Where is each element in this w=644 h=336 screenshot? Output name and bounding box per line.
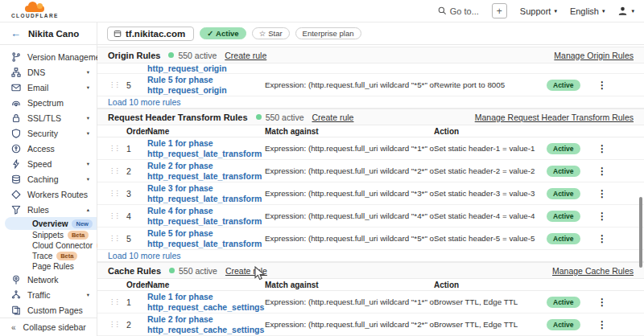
sidebar-item-network[interactable]: Network: [0, 272, 97, 287]
chevron-down-icon: ▾: [87, 292, 89, 298]
sidebar-item-cloud-connector[interactable]: Cloud ConnectorBeta: [0, 240, 97, 251]
table-row: ⋮⋮1Rule 1 for phasehttp_request_cache_se…: [97, 291, 644, 313]
sidebar-item-speed[interactable]: Speed▾: [0, 156, 97, 171]
add-site-button[interactable]: +: [492, 3, 507, 18]
active-badge: Active: [547, 80, 580, 91]
rule-action: Browser TTL, Edge TTL: [434, 320, 547, 329]
manage-rules-link[interactable]: Manage Origin Rules: [554, 51, 634, 60]
sidebar-item-traffic[interactable]: Traffic▾: [0, 287, 97, 302]
domain-selector[interactable]: tf.nikitac.com: [107, 27, 194, 41]
rule-name-link[interactable]: Rule 1 for phasehttp_request_cache_setti…: [147, 292, 265, 312]
drag-handle-icon[interactable]: ⋮⋮: [109, 236, 126, 242]
create-rule-link[interactable]: Create rule: [312, 113, 354, 122]
drag-handle-icon[interactable]: ⋮⋮: [109, 299, 126, 305]
active-count: 550 active: [178, 51, 217, 60]
drag-handle-icon[interactable]: ⋮⋮: [109, 145, 126, 152]
rule-name-link[interactable]: Rule 5 for phasehttp_request_late_transf…: [147, 228, 265, 248]
cloudflare-dashboard: CLOUDFLARE Go to... + Support ▾ English …: [0, 0, 644, 336]
cloudflare-logo-text: CLOUDFLARE: [11, 13, 59, 18]
rule-name-link[interactable]: http_request_origin: [147, 64, 644, 74]
load-more-rules-link[interactable]: Load 10 more rules: [97, 96, 644, 109]
rule-name-link[interactable]: Rule 2 for phasehttp_request_late_transf…: [147, 161, 265, 181]
sidebar-item-spectrum[interactable]: Spectrum: [0, 95, 97, 110]
sidebar-item-email[interactable]: Email▾: [0, 80, 97, 95]
sidebar-item-label: Trace: [32, 252, 52, 260]
rule-name-link[interactable]: Rule 5 for phasehttp_request_origin: [147, 75, 265, 95]
drag-handle-icon[interactable]: ⋮⋮: [109, 191, 126, 197]
cloudflare-logo[interactable]: CLOUDFLARE: [11, 3, 59, 18]
sidebar-item-trace[interactable]: TraceBeta: [0, 251, 97, 261]
sidebar-item-caching[interactable]: Caching▾: [0, 171, 97, 186]
create-rule-link[interactable]: Create rule: [225, 266, 267, 276]
account-name: Nikita Cano: [28, 29, 79, 39]
manage-rules-link[interactable]: Manage Cache Rules: [552, 266, 634, 276]
beta-badge: Beta: [56, 252, 77, 260]
sidebar-item-snippets[interactable]: SnippetsBeta: [0, 230, 97, 240]
sidebar-item-rules[interactable]: Rules▴: [0, 202, 97, 217]
rule-name-link[interactable]: Rule 1 for phasehttp_request_late_transf…: [147, 138, 265, 158]
chevron-down-icon: ▾: [87, 84, 89, 91]
kebab-menu-icon[interactable]: ⋮: [597, 319, 607, 330]
rule-name-link[interactable]: Rule 4 for phasehttp_request_late_transf…: [147, 206, 265, 226]
column-label-match-against: Match against: [265, 281, 434, 289]
sidebar-item-access[interactable]: Access: [0, 141, 97, 156]
rule-match-expression: Expression: (http.request.full_uri wildc…: [265, 320, 434, 329]
sidebar-item-label: Email: [27, 83, 80, 92]
sidebar-item-version-management[interactable]: Version Management: [0, 49, 97, 64]
drag-handle-icon[interactable]: ⋮⋮: [109, 213, 126, 219]
rule-action: Browser TTL, Edge TTL: [434, 297, 547, 306]
user-menu[interactable]: ▾: [617, 6, 634, 16]
sidebar-item-label: Cloud Connector: [32, 241, 93, 250]
load-more-rules-link[interactable]: Load 10 more rules: [97, 250, 644, 262]
site-icon: [114, 30, 122, 38]
sidebar-item-dns[interactable]: DNS▾: [0, 64, 97, 80]
drag-handle-icon[interactable]: ⋮⋮: [109, 168, 126, 174]
manage-rules-link[interactable]: Manage Request Header Transform Rules: [475, 113, 634, 122]
user-icon: [617, 6, 628, 16]
active-count: 550 active: [179, 266, 217, 276]
kebab-menu-icon[interactable]: ⋮: [597, 233, 607, 244]
goto-search[interactable]: Go to...: [438, 6, 479, 16]
scrollbar-thumb[interactable]: [639, 197, 642, 268]
rule-name-link[interactable]: Rule 3 for phasehttp_request_late_transf…: [147, 183, 265, 203]
column-label-order: Order: [126, 127, 147, 136]
sidebar-item-ssl-tls[interactable]: SSL/TLS▾: [0, 110, 97, 125]
active-badge: Active: [547, 166, 580, 177]
kebab-menu-icon[interactable]: ⋮: [597, 80, 607, 91]
domain-name: tf.nikitac.com: [126, 29, 185, 39]
create-rule-link[interactable]: Create rule: [225, 51, 266, 60]
kebab-menu-icon[interactable]: ⋮: [597, 211, 607, 222]
kebab-menu-icon[interactable]: ⋮: [597, 297, 607, 308]
collapse-sidebar-button[interactable]: «Collapse sidebar: [0, 318, 97, 336]
active-badge: Active: [547, 211, 580, 222]
sidebar-item-security[interactable]: Security▾: [0, 125, 97, 141]
active-count: 550 active: [266, 113, 304, 122]
main-content: Origin Rules550 activeCreate ruleManage …: [97, 45, 644, 336]
drag-handle-icon[interactable]: ⋮⋮: [109, 322, 126, 328]
star-button[interactable]: ☆ Star: [252, 27, 290, 39]
kebab-menu-icon[interactable]: ⋮: [597, 188, 607, 199]
dns-icon: [10, 68, 21, 77]
support-menu[interactable]: Support ▾: [520, 6, 557, 16]
network-icon: [10, 275, 21, 285]
rule-name-link[interactable]: Rule 2 for phasehttp_request_cache_setti…: [147, 314, 265, 334]
sidebar-item-overview[interactable]: OverviewNew: [5, 217, 97, 230]
sidebar-item-label: DNS: [27, 68, 80, 77]
sidebar-item-label: Traffic: [27, 290, 80, 300]
kebab-menu-icon[interactable]: ⋮: [597, 166, 607, 177]
back-arrow-icon[interactable]: ←: [10, 27, 21, 39]
body: Version ManagementDNS▾Email▾SpectrumSSL/…: [0, 45, 644, 336]
breadcrumb: ← Nikita Cano tf.nikitac.com ✓ Active ☆ …: [0, 23, 644, 45]
sidebar-item-custom-pages[interactable]: Custom Pages: [0, 302, 97, 318]
kebab-menu-icon[interactable]: ⋮: [597, 143, 607, 154]
check-icon: ✓: [207, 29, 213, 38]
sidebar-item-page-rules[interactable]: Page Rules: [0, 261, 97, 272]
sidebar-item-workers-routes[interactable]: Workers Routes: [0, 186, 97, 202]
language-menu[interactable]: English ▾: [570, 6, 605, 16]
section-header-cache-rules: Cache Rules550 activeCreate ruleManage C…: [97, 262, 644, 279]
plan-badge-label: Enterprise plan: [303, 29, 354, 38]
sidebar-item-label: Network: [27, 275, 89, 285]
chevron-up-icon: ▴: [87, 207, 89, 213]
drag-handle-icon[interactable]: ⋮⋮: [109, 82, 126, 88]
star-label: Star: [268, 29, 282, 38]
